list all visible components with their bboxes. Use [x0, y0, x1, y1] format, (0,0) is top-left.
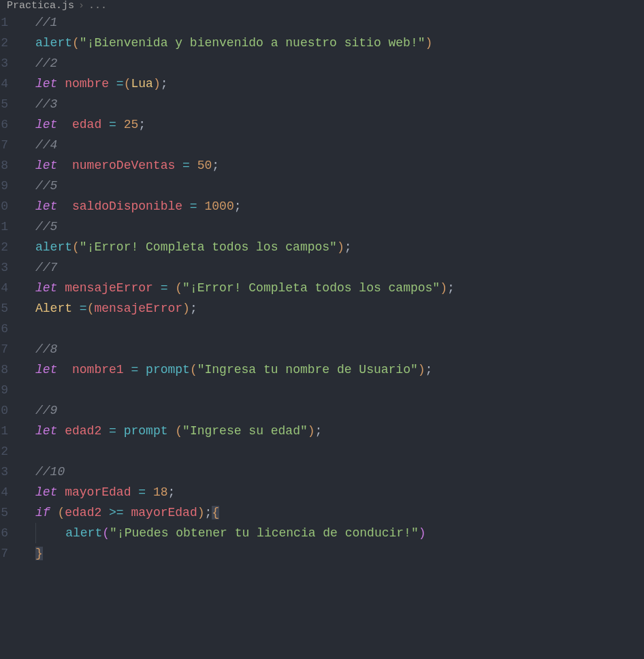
line-number: 9 — [0, 176, 8, 196]
line-number: 5 — [0, 94, 8, 114]
paren: ( — [87, 302, 95, 315]
paren: ( — [124, 77, 131, 91]
code-line[interactable]: //8 — [35, 339, 644, 359]
comment: //8 — [35, 342, 57, 356]
code-line[interactable]: let edad2 = prompt ("Ingrese su edad"); — [35, 421, 644, 441]
line-number: 8 — [0, 155, 8, 176]
code-line[interactable]: let saldoDisponible = 1000; — [35, 196, 644, 216]
operator: = — [109, 118, 116, 131]
keyword: let — [35, 363, 57, 376]
variable: mayorEdad — [131, 506, 197, 519]
code-line[interactable] — [35, 380, 644, 400]
function-call: prompt — [124, 424, 168, 438]
breadcrumb-rest[interactable]: ... — [88, 1, 107, 11]
line-number: 3 — [0, 257, 8, 278]
indent-guide — [35, 523, 36, 543]
semicolon: ; — [190, 302, 197, 315]
semicolon: ; — [234, 199, 242, 213]
line-number: 7 — [0, 135, 8, 155]
code-line[interactable]: //7 — [35, 257, 644, 278]
breadcrumb[interactable]: Practica.js › ... — [0, 0, 644, 12]
keyword: let — [35, 424, 57, 438]
number: 1000 — [204, 199, 234, 213]
code-line[interactable]: //3 — [35, 94, 644, 114]
code-line[interactable]: let mensajeError = ("¡Error! Completa to… — [35, 278, 644, 298]
paren: ( — [72, 36, 80, 50]
line-number: 9 — [0, 380, 8, 400]
code-line[interactable]: //4 — [35, 135, 644, 155]
function-call: prompt — [146, 363, 190, 376]
code-area[interactable]: //1 alert("¡Bienvenida y bienvenido a nu… — [12, 12, 644, 564]
comment: //1 — [35, 16, 57, 29]
comment: //3 — [35, 97, 57, 111]
code-line[interactable]: //10 — [35, 462, 644, 482]
line-number: 1 — [0, 421, 8, 441]
semicolon: ; — [138, 118, 146, 131]
variable: mensajeError — [65, 281, 153, 295]
string: "¡Error! Completa todos los campos" — [80, 240, 337, 254]
operator: = — [116, 77, 124, 91]
keyword: let — [35, 118, 57, 131]
code-line[interactable]: //9 — [35, 400, 644, 421]
code-line[interactable]: alert("¡Bienvenida y bienvenido a nuestr… — [35, 33, 644, 53]
code-line[interactable]: //5 — [35, 216, 644, 237]
code-line[interactable]: alert("¡Puedes obtener tu licencia de co… — [35, 523, 644, 543]
semicolon: ; — [447, 281, 455, 295]
line-number: 2 — [0, 33, 8, 53]
paren: ) — [418, 363, 425, 376]
breadcrumb-separator: › — [78, 1, 84, 11]
editor[interactable]: 1 2 3 4 5 6 7 8 9 0 1 2 3 4 5 6 7 8 9 0 … — [0, 12, 644, 564]
identifier: Lua — [131, 77, 152, 91]
paren: ) — [308, 424, 315, 438]
line-number: 3 — [0, 53, 8, 74]
number: 50 — [197, 159, 212, 172]
breadcrumb-file[interactable]: Practica.js — [7, 1, 74, 11]
line-number: 0 — [0, 196, 8, 216]
string: "Ingresa tu nombre de Usuario" — [197, 363, 418, 376]
identifier: Alert — [35, 302, 72, 315]
paren: ( — [190, 363, 197, 376]
keyword: let — [35, 77, 57, 91]
variable: numeroDeVentas — [72, 159, 175, 172]
code-line[interactable]: Alert =(mensajeError); — [35, 298, 644, 319]
paren: ( — [57, 506, 65, 519]
paren: ( — [102, 526, 110, 540]
line-number: 4 — [0, 74, 8, 94]
string: "Ingrese su edad" — [182, 424, 308, 438]
code-line[interactable] — [35, 319, 644, 339]
line-number: 1 — [0, 12, 8, 33]
comment: //5 — [35, 179, 57, 193]
code-line[interactable]: //2 — [35, 53, 644, 74]
code-line[interactable]: let nombre =(Lua); — [35, 74, 644, 94]
variable: mensajeError — [94, 302, 182, 315]
comment: //4 — [35, 138, 57, 152]
line-number: 5 — [0, 502, 8, 523]
keyword: let — [35, 281, 57, 295]
line-number-gutter: 1 2 3 4 5 6 7 8 9 0 1 2 3 4 5 6 7 8 9 0 … — [0, 12, 12, 564]
code-line[interactable]: } — [35, 543, 644, 564]
variable: edad2 — [65, 424, 101, 438]
line-number: 8 — [0, 359, 8, 380]
code-line[interactable]: //1 — [35, 12, 644, 33]
comment: //2 — [35, 57, 57, 70]
comment: //7 — [35, 261, 57, 274]
string: "¡Bienvenida y bienvenido a nuestro siti… — [80, 36, 425, 50]
code-line[interactable]: let nombre1 = prompt("Ingresa tu nombre … — [35, 359, 644, 380]
keyword: let — [35, 159, 57, 172]
operator: = — [182, 159, 190, 172]
variable: saldoDisponible — [72, 199, 182, 213]
code-line[interactable]: let edad = 25; — [35, 114, 644, 135]
code-line[interactable]: //5 — [35, 176, 644, 196]
code-line[interactable]: if (edad2 >= mayorEdad);{ — [35, 502, 644, 523]
code-line[interactable]: let mayorEdad = 18; — [35, 482, 644, 502]
keyword: let — [35, 485, 57, 499]
code-line[interactable] — [35, 441, 644, 462]
variable: nombre1 — [72, 363, 124, 376]
paren: ( — [72, 240, 80, 254]
code-line[interactable]: let numeroDeVentas = 50; — [35, 155, 644, 176]
variable: mayorEdad — [65, 485, 131, 499]
variable: nombre — [65, 77, 109, 91]
string: "¡Error! Completa todos los campos" — [182, 281, 440, 295]
code-line[interactable]: alert("¡Error! Completa todos los campos… — [35, 237, 644, 257]
function-call: alert — [65, 526, 102, 540]
